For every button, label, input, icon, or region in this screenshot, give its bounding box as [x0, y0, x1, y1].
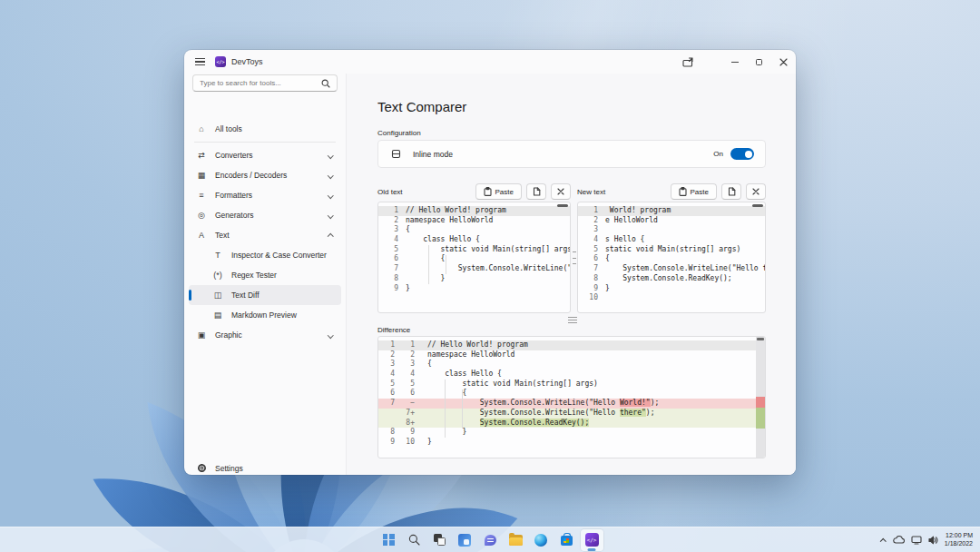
sidebar-item-inspector-case-converter[interactable]: TInspector & Case Converter [189, 245, 341, 265]
sidebar-item-generators[interactable]: ◎Generators [189, 205, 341, 225]
sidebar-item-formatters[interactable]: ≡Formatters [189, 185, 341, 205]
diff-overview-ruler[interactable] [756, 337, 765, 458]
formatters-icon: ≡ [196, 191, 207, 200]
task-view-icon[interactable] [428, 529, 451, 551]
minimize-icon[interactable] [722, 50, 747, 74]
open-file-icon [533, 187, 541, 196]
old-clear-button[interactable] [551, 183, 571, 200]
clipboard-paste-icon [484, 187, 492, 196]
text-diff-icon: ◫ [212, 291, 223, 300]
diff-line-text: // Hello World! program [418, 340, 528, 350]
line-number: 3 [578, 225, 605, 235]
sidebar-item-text-diff[interactable]: ◫Text Diff [189, 285, 341, 305]
tray-time: 12:00 PM [945, 532, 973, 540]
chevron-down-icon [328, 212, 333, 218]
editors-splitter-handle[interactable] [572, 251, 577, 264]
maximize-icon[interactable] [747, 50, 771, 74]
chevron-down-icon [328, 332, 333, 338]
sidebar-item-all-tools[interactable]: ⌂All tools [189, 119, 341, 139]
start-icon[interactable] [377, 529, 400, 551]
diff-line-text: } [418, 428, 466, 438]
new-line-number: 9 [398, 428, 418, 438]
configuration-label: Configuration [377, 129, 421, 137]
title-bar[interactable]: </> DevToys [184, 50, 796, 74]
old-text-editor[interactable]: 1// Hello World! program2namespace Hello… [377, 202, 571, 313]
compact-overlay-icon[interactable] [675, 50, 700, 74]
sidebar-item-converters[interactable]: ⇄Converters [189, 145, 341, 165]
line-text: namespace HelloWorld [406, 216, 493, 226]
chevron-up-icon[interactable] [880, 539, 886, 545]
diff-scrollbar-thumb[interactable] [757, 338, 764, 340]
chevron-up-icon [328, 233, 333, 239]
network-icon[interactable] [911, 536, 922, 545]
sidebar-item-label: Regex Tester [231, 271, 277, 280]
hamburger-menu-button[interactable] [188, 53, 211, 71]
new-paste-button[interactable]: Paste [671, 183, 717, 200]
line-text: static void Main(string[] args) [406, 245, 571, 255]
code-line: 7 System.Console.WriteLine("Hello World!… [378, 264, 570, 274]
generators-icon: ◎ [196, 211, 207, 220]
edge-icon[interactable] [530, 529, 553, 551]
line-number: 5 [578, 245, 605, 255]
new-line-number: 8+ [398, 419, 418, 429]
store-icon[interactable] [555, 529, 578, 551]
file-explorer-icon[interactable] [505, 529, 527, 551]
widgets-icon[interactable] [454, 529, 476, 551]
onedrive-cloud-icon[interactable] [892, 536, 905, 544]
new-clear-button[interactable] [746, 183, 766, 200]
diff-row-removed: 7− System.Console.WriteLine("Hello World… [378, 399, 756, 409]
old-line-number [378, 419, 398, 429]
sidebar-item-markdown-preview[interactable]: ▤Markdown Preview [189, 305, 341, 325]
new-line-number: 5 [398, 380, 418, 389]
new-open-file-button[interactable] [721, 183, 741, 200]
sidebar-item-settings[interactable]: Settings [189, 458, 341, 475]
sidebar-item-graphic[interactable]: ▣Graphic [189, 325, 341, 345]
clock[interactable]: 12:00 PM 1/18/2022 [945, 532, 973, 547]
inline-mode-toggle[interactable] [730, 148, 754, 160]
devtoys-icon[interactable]: </> [581, 529, 603, 551]
devtoys-app-window: </> DevToys ⌂All tools⇄Converters▦Encode… [184, 50, 796, 475]
line-text: } [605, 284, 610, 294]
diff-line-text: } [418, 438, 432, 448]
old-paste-button[interactable]: Paste [475, 183, 522, 200]
search-input[interactable] [193, 79, 321, 87]
code-line: 8 } [378, 274, 570, 284]
sidebar-item-label: Inspector & Case Converter [231, 251, 327, 260]
new-text-editor[interactable]: 1 World! program2e HelloWorld34s Hello {… [577, 202, 766, 313]
search-taskbar-icon[interactable] [403, 529, 426, 551]
new-line-number: − [398, 399, 418, 409]
line-number: 3 [378, 225, 406, 235]
code-line: 3{ [378, 225, 570, 235]
line-number: 4 [578, 235, 605, 245]
old-open-file-button[interactable] [526, 183, 546, 200]
code-line: 6 { [378, 254, 570, 264]
volume-icon[interactable] [928, 536, 938, 545]
sidebar-item-encoders-decoders[interactable]: ▦Encoders / Decoders [189, 165, 341, 185]
code-line: 7 System.Console.WriteLine("Hello there"… [578, 264, 765, 274]
diff-row-normal: 44 class Hello { [378, 370, 756, 380]
settings-label: Settings [215, 464, 243, 473]
old-editor-scrollbar[interactable] [557, 204, 568, 207]
difference-panel[interactable]: 11// Hello World! program22namespace Hel… [377, 336, 766, 458]
search-box[interactable] [192, 74, 338, 92]
old-line-number: 9 [378, 438, 398, 448]
text-icon: A [196, 231, 207, 240]
sidebar-item-label: Converters [215, 151, 253, 160]
graphic-icon: ▣ [196, 330, 207, 340]
ruler-added-mark [756, 408, 765, 429]
old-line-number: 2 [378, 350, 398, 360]
close-icon[interactable] [771, 50, 796, 74]
sidebar-item-text[interactable]: AText [189, 225, 341, 245]
line-number: 10 [578, 293, 605, 303]
diff-word-highlight: System.Console.ReadKey(); [480, 419, 589, 427]
chat-icon[interactable] [479, 529, 502, 551]
sidebar-item-regex-tester[interactable]: (*)Regex Tester [189, 265, 341, 285]
converters-icon: ⇄ [196, 151, 207, 160]
new-editor-scrollbar[interactable] [752, 204, 763, 207]
ruler-removed-mark [756, 397, 765, 408]
old-line-number: 8 [378, 428, 398, 438]
line-number: 5 [378, 245, 406, 255]
diff-splitter-handle[interactable] [568, 317, 579, 323]
code-line: 5 static void Main(string[] args) [378, 245, 570, 255]
diff-line-text: { [418, 360, 432, 370]
